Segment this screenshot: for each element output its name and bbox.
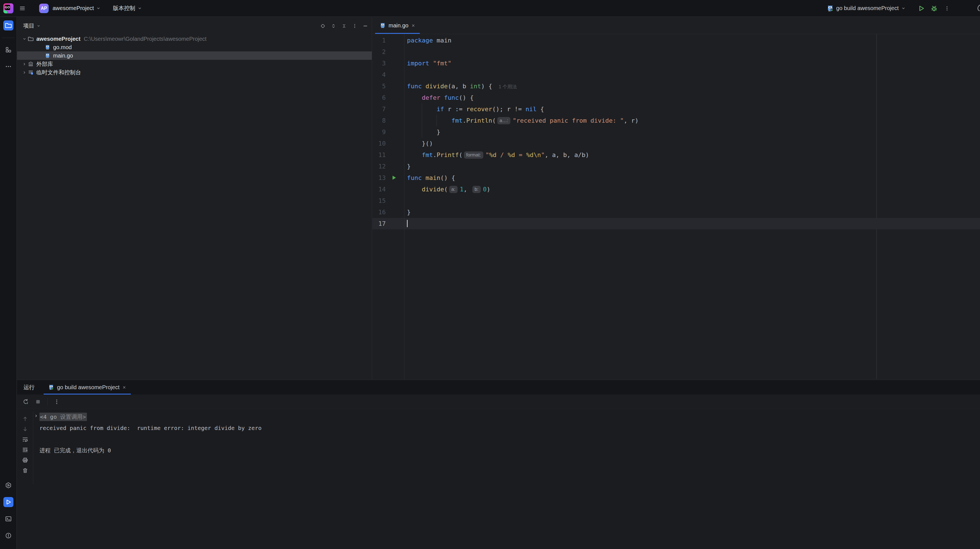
scratch-icon bbox=[28, 70, 34, 75]
print-icon[interactable] bbox=[22, 457, 28, 463]
run-tab[interactable]: go build awesomeProject bbox=[43, 380, 131, 395]
more-options-icon[interactable] bbox=[352, 24, 357, 29]
tree-item-path: C:\Users\meowr\GolandProjects\awesomePro… bbox=[84, 36, 207, 42]
line-number: 12 bbox=[372, 161, 404, 172]
tab-main-go[interactable]: main.go bbox=[375, 17, 420, 34]
run-button[interactable] bbox=[916, 3, 926, 13]
code-line-11: fmt.Printf(format:"%d / %d = %d\n", a, b… bbox=[404, 149, 980, 161]
project-widget[interactable]: awesomeProject bbox=[52, 5, 101, 11]
rerun-icon[interactable] bbox=[23, 399, 29, 405]
close-tab-icon[interactable] bbox=[122, 385, 126, 389]
tree-item-label: awesomeProject bbox=[37, 36, 81, 42]
expand-all-icon[interactable] bbox=[331, 24, 336, 29]
run-console: <4 go 设置调用>received panic from divide: r… bbox=[17, 409, 980, 549]
code-line-4 bbox=[404, 69, 980, 81]
project-tool-window: 项目 awesomeProjectC:\Users\meowr\GolandPr… bbox=[17, 17, 372, 379]
tree-item-临时文件和控制台[interactable]: 临时文件和控制台 bbox=[17, 68, 372, 76]
tree-item-label: 外部库 bbox=[37, 60, 53, 68]
line-number: 7 bbox=[372, 103, 404, 115]
chevron-right-icon[interactable] bbox=[21, 70, 28, 75]
soft-wrap-icon[interactable] bbox=[22, 436, 28, 443]
inlay-hint: b: bbox=[473, 186, 481, 193]
problems-tool-icon[interactable] bbox=[3, 530, 13, 541]
chevron-down-icon bbox=[137, 6, 142, 11]
code-line-13: func main() { bbox=[404, 172, 980, 184]
close-tab-icon[interactable] bbox=[411, 24, 415, 28]
code-line-10: }() bbox=[404, 138, 980, 149]
run-tool-icon[interactable] bbox=[3, 497, 13, 507]
next-occurrence-icon[interactable] bbox=[22, 426, 28, 432]
more-tool-windows-icon[interactable] bbox=[3, 62, 13, 71]
services-tool-icon[interactable] bbox=[3, 480, 13, 490]
line-number: 13 bbox=[372, 172, 404, 184]
more-actions-button[interactable] bbox=[942, 3, 952, 13]
run-configuration-name: go build awesomeProject bbox=[836, 5, 899, 11]
run-panel-title: 运行 bbox=[24, 384, 35, 391]
line-number: 14 bbox=[372, 184, 404, 195]
line-number: 10 bbox=[372, 138, 404, 149]
stop-icon[interactable] bbox=[35, 399, 41, 405]
code-editor[interactable]: 1234567891011121314151617package mainimp… bbox=[372, 34, 980, 379]
run-tool-window: 运行 go build awesomeProject <4 go 设置调用>re… bbox=[17, 380, 980, 549]
line-number: 5 bbox=[372, 81, 404, 92]
library-icon bbox=[28, 61, 34, 67]
collapse-all-icon[interactable] bbox=[342, 24, 347, 29]
tree-item-label: go.mod bbox=[53, 44, 72, 51]
line-number: 1 bbox=[372, 35, 404, 46]
locate-file-icon[interactable] bbox=[320, 24, 325, 29]
project-avatar: AP bbox=[39, 4, 49, 13]
editor-area: main.go 1234567891011121314151617package… bbox=[372, 17, 980, 379]
line-number: 8 bbox=[372, 115, 404, 126]
gopher-icon bbox=[45, 53, 51, 59]
prev-occurrence-icon[interactable] bbox=[22, 416, 28, 422]
debug-button[interactable] bbox=[929, 3, 939, 13]
terminal-tool-icon[interactable] bbox=[3, 514, 13, 524]
line-number: 16 bbox=[372, 206, 404, 218]
code-line-2 bbox=[404, 46, 980, 57]
clipped-icon bbox=[974, 4, 980, 12]
code-line-5: func divide(a, b int) { 1 个用法 bbox=[404, 81, 980, 92]
hide-panel-icon[interactable] bbox=[363, 24, 368, 29]
line-number: 4 bbox=[372, 69, 404, 81]
console-line: received panic from divide: runtime erro… bbox=[33, 422, 980, 434]
gopher-run-icon bbox=[827, 5, 834, 12]
console-output[interactable]: <4 go 设置调用>received panic from divide: r… bbox=[33, 411, 980, 549]
line-number: 2 bbox=[372, 46, 404, 57]
run-main-gutter-icon[interactable] bbox=[391, 175, 397, 181]
more-options-icon[interactable] bbox=[54, 399, 60, 405]
project-tree: awesomeProjectC:\Users\meowr\GolandProje… bbox=[17, 35, 372, 76]
tree-item-go.mod[interactable]: go.mod bbox=[17, 43, 372, 51]
code-line-14: divide(a:1, b:0) bbox=[404, 184, 980, 195]
tree-item-main.go[interactable]: main.go bbox=[17, 51, 372, 60]
code-line-7: if r := recover(); r != nil { bbox=[404, 103, 980, 115]
chevron-down-icon bbox=[901, 6, 906, 11]
goland-logo: GO bbox=[3, 3, 13, 13]
tree-item-外部库[interactable]: 外部库 bbox=[17, 60, 372, 68]
main-menu-button[interactable] bbox=[18, 3, 27, 13]
clear-all-icon[interactable] bbox=[22, 467, 28, 474]
code-line-15 bbox=[404, 195, 980, 206]
chevron-right-icon[interactable] bbox=[21, 62, 28, 66]
fold-expand-icon[interactable] bbox=[34, 414, 38, 418]
inlay-hint: format: bbox=[464, 151, 483, 159]
tree-item-awesomeProject[interactable]: awesomeProjectC:\Users\meowr\GolandProje… bbox=[17, 35, 372, 43]
usages-hint[interactable]: 1 个用法 bbox=[499, 84, 517, 89]
scroll-to-end-icon[interactable] bbox=[22, 447, 28, 453]
code-line-17 bbox=[404, 218, 980, 229]
goland-window: GO AP awesomeProject 版本控制 go build aweso… bbox=[0, 0, 980, 549]
project-title-dropdown[interactable]: 项目 bbox=[23, 22, 41, 30]
gopher-icon bbox=[45, 44, 51, 50]
code-line-8: fmt.Println(a…:"received panic from divi… bbox=[404, 115, 980, 126]
run-configuration-selector[interactable]: go build awesomeProject bbox=[827, 5, 906, 12]
structure-tool-icon[interactable] bbox=[3, 45, 13, 55]
code-line-6: defer func() { bbox=[404, 92, 980, 103]
code-line-9: } bbox=[404, 126, 980, 138]
vcs-widget[interactable]: 版本控制 bbox=[113, 5, 142, 12]
folded-command[interactable]: <4 go 设置调用> bbox=[40, 413, 87, 421]
console-line bbox=[33, 434, 980, 445]
project-tool-icon[interactable] bbox=[3, 21, 13, 30]
line-number: 6 bbox=[372, 92, 404, 103]
run-tab-label: go build awesomeProject bbox=[57, 384, 119, 390]
chevron-down-icon[interactable] bbox=[21, 37, 28, 41]
line-number: 15 bbox=[372, 195, 404, 206]
